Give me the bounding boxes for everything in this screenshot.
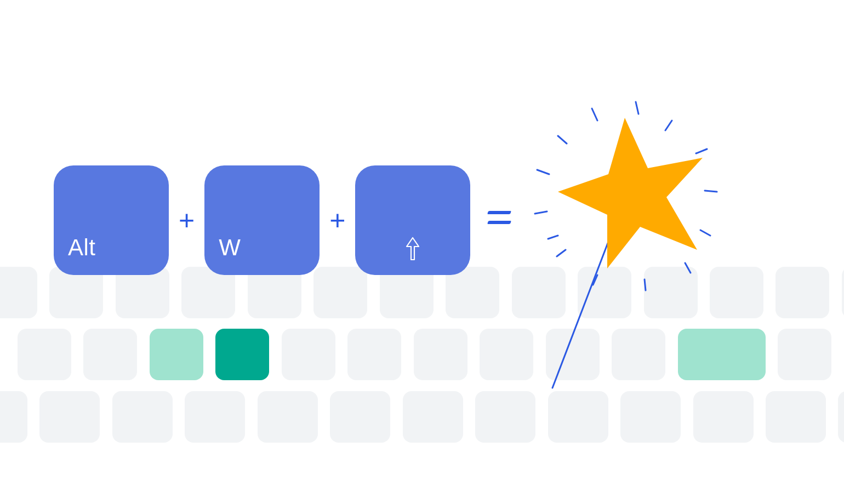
- svg-line-14: [548, 236, 558, 239]
- keyboard-key: [766, 391, 826, 443]
- shortcut-key-label: W: [219, 234, 241, 261]
- keyboard-key: [775, 267, 829, 318]
- keyboard-key: [18, 329, 71, 380]
- svg-line-10: [557, 250, 566, 256]
- keyboard-key: [838, 391, 844, 443]
- svg-line-2: [636, 102, 638, 114]
- svg-line-6: [700, 230, 710, 236]
- keyboard-key: [0, 391, 27, 443]
- keyboard-key-highlighted: [215, 329, 269, 380]
- svg-line-1: [592, 108, 597, 121]
- plus-icon: +: [179, 207, 195, 234]
- keyboard-key-highlighted: [150, 329, 203, 380]
- keyboard-key: [258, 391, 318, 443]
- svg-line-5: [705, 191, 717, 192]
- keyboard-key: [185, 391, 245, 443]
- keyboard-key: [112, 391, 173, 443]
- shortcut-key-w: W: [204, 165, 320, 275]
- svg-line-13: [558, 136, 567, 144]
- keyboard-key: [414, 329, 467, 380]
- equals-icon: [488, 211, 511, 230]
- shortcut-combo: Alt + W +: [54, 165, 470, 275]
- magic-wand: [526, 99, 756, 405]
- keyboard-key: [842, 267, 844, 318]
- keyboard-key: [83, 329, 137, 380]
- svg-line-0: [552, 227, 614, 388]
- shortcut-key-up: [355, 165, 470, 275]
- keyboard-key: [403, 391, 463, 443]
- svg-line-4: [696, 149, 707, 153]
- keyboard-key: [480, 329, 533, 380]
- svg-line-12: [537, 170, 549, 174]
- keyboard-key: [347, 329, 401, 380]
- keyboard-key: [778, 329, 831, 380]
- arrow-up-icon: [406, 237, 420, 263]
- svg-line-11: [535, 211, 547, 214]
- keyboard-key: [39, 391, 100, 443]
- keyboard-key: [282, 329, 335, 380]
- star-icon: [558, 118, 703, 268]
- svg-line-8: [645, 279, 646, 290]
- svg-line-7: [685, 263, 691, 273]
- shortcut-key-alt: Alt: [54, 165, 169, 275]
- keyboard-key: [0, 267, 37, 318]
- plus-icon: +: [329, 207, 345, 234]
- svg-line-3: [665, 121, 672, 130]
- keyboard-key: [330, 391, 390, 443]
- shortcut-key-label: Alt: [68, 234, 96, 261]
- illustration-stage: Alt + W +: [0, 0, 844, 504]
